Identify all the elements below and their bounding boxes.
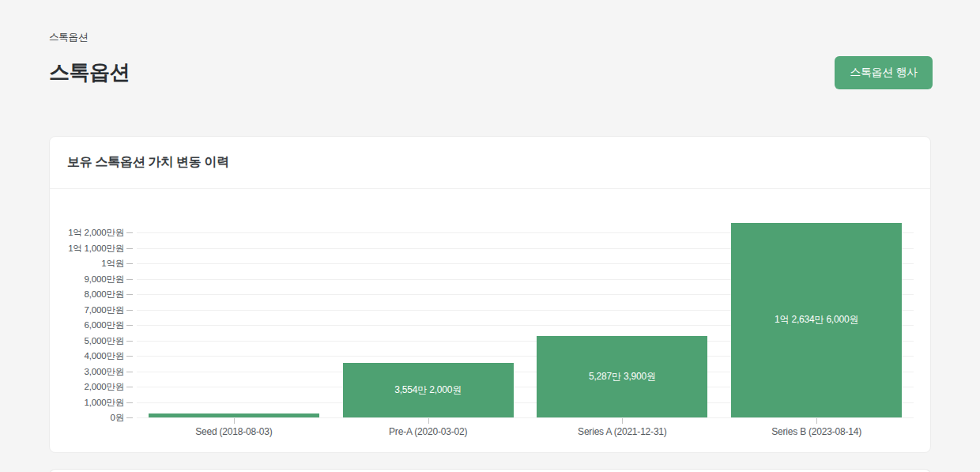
bar-pre-a: 3,554만 2,000원 (343, 363, 514, 417)
y-axis-tick-label: 1억원 (50, 257, 124, 270)
y-axis-tick-label: 3,000만원 (50, 365, 124, 378)
y-axis-tick-label: 1억 1,000만원 (50, 242, 124, 255)
y-axis-tick (126, 325, 133, 326)
y-axis-tick (126, 232, 133, 233)
bar-chart: 0원1,000만원2,000만원3,000만원4,000만원5,000만원6,0… (50, 189, 930, 453)
page-title: 스톡옵션 (49, 59, 130, 86)
y-axis-tick-label: 1억 2,000만원 (50, 226, 124, 239)
y-axis-tick-label: 1,000만원 (50, 396, 124, 409)
y-axis-tick-label: 6,000만원 (50, 319, 124, 331)
x-axis-tick (622, 418, 623, 424)
y-axis-tick-label: 5,000만원 (50, 334, 124, 347)
x-axis-category-label: Series A (2021-12-31) (527, 426, 717, 437)
y-axis-tick-label: 2,000만원 (50, 380, 124, 393)
bar-value-label: 3,554만 2,000원 (394, 383, 462, 397)
bar-value-label: 1억 2,634만 6,000원 (775, 313, 858, 327)
x-axis-tick (816, 418, 817, 424)
x-axis-tick (428, 418, 429, 424)
x-axis-category-label: Pre-A (2020-03-02) (334, 426, 523, 437)
y-axis-tick-label: 9,000만원 (50, 273, 124, 285)
y-axis-tick (126, 263, 133, 264)
y-axis-tick (126, 294, 133, 295)
x-axis-category-label: Series B (2023-08-14) (722, 426, 911, 437)
card-title: 보유 스톡옵션 가치 변동 이력 (67, 154, 229, 171)
stock-option-value-history-card: 보유 스톡옵션 가치 변동 이력 0원1,000만원2,000만원3,000만원… (49, 136, 931, 453)
bar-value-label: 5,287만 3,900원 (589, 370, 656, 383)
y-axis-tick (126, 310, 133, 311)
y-axis-tick (126, 356, 133, 357)
y-axis-tick (126, 417, 133, 418)
next-card-top-edge (49, 469, 931, 472)
y-axis-tick (126, 372, 133, 372)
y-gridline (137, 417, 914, 418)
y-axis-tick (126, 402, 133, 403)
y-axis-tick-label: 7,000만원 (50, 304, 124, 316)
card-header: 보유 스톡옵션 가치 변동 이력 (50, 137, 930, 189)
y-axis-tick-label: 4,000만원 (50, 349, 124, 362)
y-axis-tick-label: 0원 (50, 411, 124, 424)
y-axis-tick (126, 341, 133, 342)
bar-seed (149, 413, 319, 417)
bar-series: 5,287만 3,900원 (537, 336, 707, 417)
bar-series: 1억 2,634만 6,000원 (731, 223, 902, 417)
x-axis-category-label: Seed (2018-08-03) (139, 426, 329, 437)
breadcrumb[interactable]: 스톡옵션 (49, 31, 88, 44)
exercise-stock-option-button[interactable]: 스톡옵션 행사 (835, 56, 933, 89)
y-axis-tick (126, 248, 133, 249)
y-axis-tick-label: 8,000만원 (50, 288, 124, 300)
y-axis-tick (126, 279, 133, 280)
y-axis-tick (126, 387, 133, 387)
x-axis-tick (234, 418, 235, 424)
